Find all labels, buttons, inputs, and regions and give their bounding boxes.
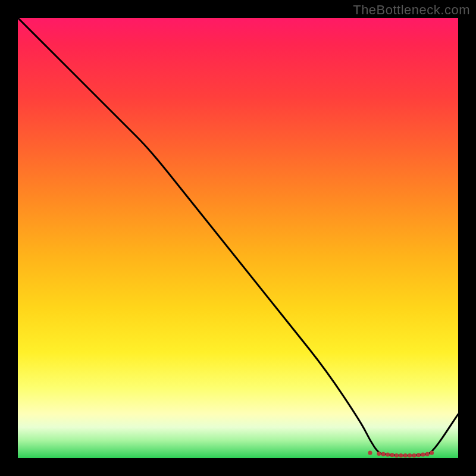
plot-area: [18, 18, 458, 458]
data-point: [368, 451, 372, 455]
data-point: [399, 453, 403, 458]
data-point: [377, 452, 381, 456]
watermark-label: TheBottleneck.com: [353, 2, 470, 18]
data-point: [403, 453, 408, 458]
data-point: [381, 452, 386, 456]
data-point: [390, 453, 394, 457]
data-point: [425, 452, 430, 456]
data-point: [416, 453, 421, 457]
data-point: [394, 453, 399, 458]
primary-curve: [18, 18, 458, 456]
chart-svg: [18, 18, 458, 458]
chart-container: TheBottleneck.com: [0, 0, 476, 476]
data-point: [408, 453, 412, 458]
data-point: [430, 451, 434, 455]
data-point: [412, 453, 416, 458]
data-point: [421, 453, 425, 457]
data-point: [386, 453, 390, 457]
